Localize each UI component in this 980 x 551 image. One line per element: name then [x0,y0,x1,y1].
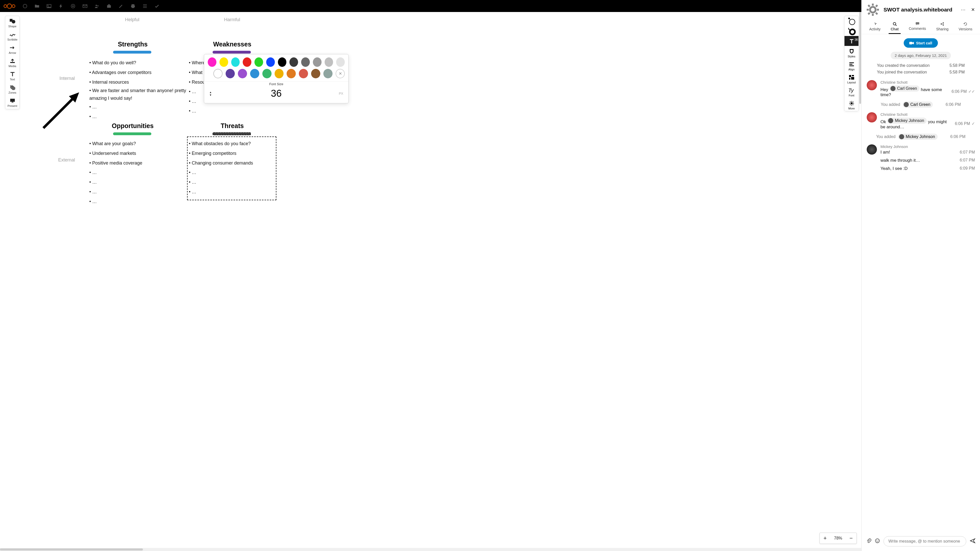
color-clear[interactable]: ✕ [336,69,345,78]
color-swatch[interactable] [278,57,286,67]
zoom-control: + 78% − [819,533,857,544]
color-swatch[interactable] [231,57,240,67]
color-swatch[interactable] [290,57,298,67]
color-swatch[interactable] [213,69,223,78]
attach-icon[interactable] [866,538,871,545]
color-swatch[interactable] [275,69,284,78]
chat-message: Christine Schott Ok Mickey Johnson you m… [867,112,975,130]
color-swatch[interactable] [243,57,251,67]
top-icon-circle[interactable] [22,3,28,9]
color-swatch[interactable] [266,57,275,67]
color-swatch[interactable] [238,69,247,78]
top-icon-target[interactable] [70,3,76,9]
tab-activity[interactable]: Activity [867,21,883,34]
system-added: You addedCarl Green6:06 PM [867,102,975,108]
system-message: You joined the conversation5:58 PM [867,69,975,76]
top-icon-printer[interactable] [130,3,136,9]
axis-label-helpful: Helpful [125,17,139,22]
color-swatch[interactable] [336,57,345,67]
top-icon-pencil[interactable] [118,3,124,9]
avatar[interactable] [867,80,877,90]
send-icon[interactable] [970,538,975,545]
color-swatch[interactable] [301,57,310,67]
top-icon-lightning[interactable] [58,3,64,9]
start-call-button[interactable]: Start call [904,38,938,48]
mention-chip[interactable]: Mickey Johnson [898,134,938,140]
color-swatch[interactable] [208,57,216,67]
emoji-icon[interactable] [875,538,880,545]
tab-versions[interactable]: Versions [956,21,974,34]
color-swatch[interactable] [220,57,228,67]
avatar[interactable] [867,144,877,155]
whiteboard-workspace: Shape Scribble Arrow Media Text Zones Pr… [0,12,861,551]
list-item: • Internal resources [89,78,186,87]
svg-point-37 [877,540,877,540]
chat-panel: SWOT analysis.whiteboard ⋯ ✕ Activity Ch… [861,0,980,551]
read-receipt-icon: ✓ [972,121,975,126]
zoom-in-button[interactable]: + [820,533,830,544]
chat-input[interactable] [883,536,966,546]
top-icon-folder[interactable] [34,3,40,9]
app-logo[interactable] [3,3,16,10]
file-icon [865,3,880,17]
color-swatch[interactable] [323,69,332,78]
avatar[interactable] [867,112,877,122]
font-size-value[interactable]: 36 [271,88,282,99]
color-swatch[interactable] [255,57,263,67]
svg-point-3 [23,4,27,8]
mention-chip[interactable]: Carl Green [903,102,933,108]
color-swatch[interactable] [250,69,259,78]
axis-label-external: External [58,157,75,163]
list-item: • … [89,102,186,112]
swot-list-opportunities[interactable]: • What are your goals? • Underserved mar… [89,139,186,206]
vertical-scrollbar[interactable] [859,12,861,548]
font-size-unit: PX [339,92,343,95]
top-icon-people[interactable] [94,3,100,9]
color-swatch[interactable] [311,69,320,78]
close-icon[interactable]: ✕ [970,6,976,14]
swot-list-threats[interactable]: • What obstacles do you face? • Emerging… [189,139,275,197]
svg-point-1 [7,4,12,8]
font-size-stepper[interactable]: ▲▼ [209,91,212,97]
color-swatch[interactable] [325,57,333,67]
svg-rect-12 [108,4,110,5]
color-swatch[interactable] [313,57,321,67]
svg-point-5 [48,5,49,6]
mention-chip[interactable]: Carl Green [889,86,920,92]
color-swatch[interactable] [226,69,235,78]
horizontal-scrollbar[interactable] [0,548,861,551]
whiteboard-arrow-shape[interactable] [41,87,84,130]
zoom-out-button[interactable]: − [846,533,856,544]
list-item: • … [189,178,275,187]
tab-comments[interactable]: Comments [907,21,928,34]
top-icon-list[interactable] [142,3,148,9]
swot-title-weaknesses: Weaknesses [181,41,283,48]
top-icon-briefcase[interactable] [106,3,112,9]
color-swatch-row-1 [204,54,348,68]
underline-strengths [113,51,151,54]
color-swatch[interactable] [286,69,296,78]
color-swatch-row-2: ✕ [204,68,348,81]
top-icon-check[interactable] [154,3,160,9]
tab-chat[interactable]: Chat [889,21,900,34]
svg-point-33 [943,22,944,24]
mention-chip[interactable]: Mickey Johnson [887,118,927,124]
chat-body[interactable]: 2 days ago, February 12, 2021 You create… [862,50,980,533]
whiteboard-canvas[interactable]: Helpful Harmful Internal External Streng… [0,12,861,551]
list-item: • … [189,168,275,178]
app-top-bar [0,0,980,12]
top-icon-mail[interactable] [82,3,88,9]
color-swatch[interactable] [262,69,272,78]
tab-sharing[interactable]: Sharing [934,21,950,34]
list-item: • Emerging competitors [189,149,275,159]
color-swatch[interactable] [299,69,308,78]
top-icon-picture[interactable] [46,3,52,9]
svg-rect-31 [916,22,919,24]
swot-list-strengths[interactable]: • What do you do well? • Advantages over… [89,58,186,121]
chat-tabs: Activity Chat Comments Sharing Versions [862,19,980,34]
chat-date-chip: 2 days ago, February 12, 2021 [891,52,951,59]
more-icon[interactable]: ⋯ [960,6,966,14]
swot-title-threats: Threats [181,122,283,130]
underline-weaknesses [213,51,251,54]
list-item: • What are your goals? [89,139,186,149]
